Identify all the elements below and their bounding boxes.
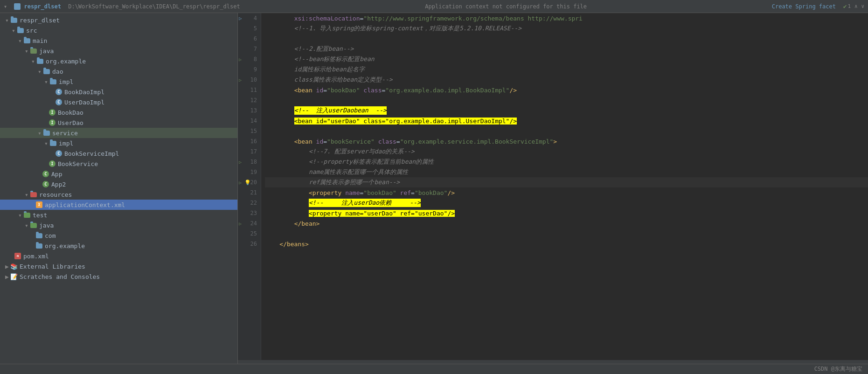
label-resources: resources xyxy=(39,191,72,198)
line-16: 16 xyxy=(238,136,261,146)
folder-icon-dao xyxy=(43,68,50,75)
fold-icon-18: ▷ xyxy=(239,159,242,165)
folder-icon-service xyxy=(43,129,50,137)
arrow-test: ▾ xyxy=(17,212,23,219)
fold-icon-8: ▷ xyxy=(239,57,242,62)
tree-item-app2[interactable]: C App2 xyxy=(0,179,237,189)
folder-icon-impl-dao xyxy=(49,78,57,85)
label-java-test: java xyxy=(39,222,54,229)
folder-icon-java xyxy=(30,47,37,55)
code-line-19: name属性表示配置哪一个具体的属性 xyxy=(265,167,868,177)
tree-item-src[interactable]: ▾ src xyxy=(0,25,237,35)
code-line-24: </bean> xyxy=(265,218,868,229)
label-dao: dao xyxy=(52,68,63,75)
line-17: 17 xyxy=(238,146,261,157)
tree-item-org-example-test[interactable]: org.example xyxy=(0,241,237,251)
main-layout: ▾ respr_dlset ▾ src ▾ main xyxy=(0,13,868,364)
code-line-9: id属性标示给bean起名字 xyxy=(265,64,868,75)
tree-item-dao[interactable]: ▾ dao xyxy=(0,66,237,76)
editor-area[interactable]: ▷4 5 6 7 ▷8 9 ▷10 11 12 13 14 15 16 17 ▷… xyxy=(238,13,868,364)
code-line-20: ref属性表示参照哪一个bean--> xyxy=(265,177,868,187)
line-11: 11 xyxy=(238,85,261,95)
pom-icon: m xyxy=(14,252,21,260)
label-book-dao-impl: BookDaoImpl xyxy=(64,89,104,96)
tree-item-book-service[interactable]: I BookService xyxy=(0,159,237,169)
label-scratches: Scratches and Consoles xyxy=(20,273,100,280)
arrow-org-example: ▾ xyxy=(30,58,36,65)
folder-icon-com xyxy=(35,232,43,239)
tree-item-app[interactable]: C App xyxy=(0,169,237,179)
label-service: service xyxy=(52,130,78,137)
nav-up-button[interactable]: ∧ xyxy=(854,3,858,9)
editor-scrollbar[interactable] xyxy=(238,360,868,364)
code-line-5: <!--1. 导入spring的坐标spring-context，对应版本是5.… xyxy=(265,23,868,34)
line-18: ▷18 xyxy=(238,157,261,167)
label-user-dao-impl: UserDaoImpl xyxy=(64,99,104,106)
folder-icon-respr-dlset xyxy=(10,16,18,24)
nav-down-button[interactable]: ∨ xyxy=(861,3,864,9)
arrow-scratches: ▶ xyxy=(4,273,10,280)
code-editor[interactable]: xsi:schemaLocation="http://www.springfra… xyxy=(261,13,868,360)
line-numbers-gutter: ▷4 5 6 7 ▷8 9 ▷10 11 12 13 14 15 16 17 ▷… xyxy=(238,13,261,360)
line-14: 14 xyxy=(238,116,261,126)
tree-item-test[interactable]: ▾ test xyxy=(0,210,237,220)
folder-icon-main xyxy=(23,37,31,44)
tree-item-application-context[interactable]: X applicationContext.xml xyxy=(0,200,237,210)
code-line-18: <!--property标签表示配置当前bean的属性 xyxy=(265,157,868,167)
line-13: 13 xyxy=(238,105,261,116)
fold-icon-24: ▷ xyxy=(239,221,242,226)
line-23: 23 xyxy=(238,208,261,218)
tree-item-resources[interactable]: ▾ resources xyxy=(0,189,237,200)
tree-item-scratches[interactable]: ▶ 📝 Scratches and Consoles xyxy=(0,271,237,282)
label-test: test xyxy=(33,212,47,219)
line-26: 26 xyxy=(238,239,261,249)
tree-item-book-dao[interactable]: I BookDao xyxy=(0,107,237,118)
code-line-6 xyxy=(265,34,868,44)
project-tree[interactable]: ▾ respr_dlset ▾ src ▾ main xyxy=(0,13,238,364)
code-line-13: <!-- 注入userDaobean --> xyxy=(265,105,868,116)
tree-item-external-libraries[interactable]: ▶ 📚 External Libraries xyxy=(0,261,237,271)
tree-item-service[interactable]: ▾ service xyxy=(0,128,237,138)
code-line-15 xyxy=(265,126,868,136)
arrow-main: ▾ xyxy=(17,37,23,44)
code-line-17: <!--7. 配置server与dao的关系--> xyxy=(265,146,868,157)
class-icon-user-dao-impl: C xyxy=(55,98,62,106)
line-6: 6 xyxy=(238,34,261,44)
lib-icon-external: 📚 xyxy=(10,263,18,270)
class-icon-app: C xyxy=(42,170,49,178)
tree-item-java[interactable]: ▾ java xyxy=(0,46,237,56)
tree-item-respr-dlset[interactable]: ▾ respr_dlset xyxy=(0,15,237,25)
tree-item-com[interactable]: com xyxy=(0,230,237,241)
arrow-impl-service: ▾ xyxy=(43,140,49,147)
bulb-icon-20: 💡 xyxy=(244,180,251,186)
label-com: com xyxy=(45,232,56,239)
tree-item-user-dao-impl[interactable]: C UserDaoImpl xyxy=(0,97,237,107)
line-25: 25 xyxy=(238,229,261,239)
interface-icon-book-dao: I xyxy=(49,109,56,116)
label-main: main xyxy=(33,37,47,44)
scratch-icon: 📝 xyxy=(10,273,18,280)
class-icon-book-service-impl: C xyxy=(55,150,62,157)
tree-item-main[interactable]: ▾ main xyxy=(0,35,237,46)
code-line-7: <!--2.配置bean--> xyxy=(265,44,868,54)
tree-item-impl-service[interactable]: ▾ impl xyxy=(0,138,237,148)
folder-icon-test xyxy=(23,211,31,219)
tree-item-impl-dao[interactable]: ▾ impl xyxy=(0,76,237,87)
label-respr-dlset: respr_dlset xyxy=(20,17,60,24)
tree-item-java-test[interactable]: ▾ java xyxy=(0,220,237,230)
label-src: src xyxy=(26,27,37,34)
line-5: 5 xyxy=(238,23,261,34)
tree-item-user-dao[interactable]: I UserDao xyxy=(0,118,237,128)
bottom-bar: CSDN @东离与糖宝 xyxy=(0,364,868,374)
arrow-java-test: ▾ xyxy=(23,222,30,229)
interface-icon-user-dao: I xyxy=(49,119,56,126)
warning-text: Application context not configured for t… xyxy=(240,3,772,10)
tree-item-book-service-impl[interactable]: C BookServiceImpl xyxy=(0,148,237,159)
code-line-14: <bean id="userDao" class="org.example.da… xyxy=(265,116,868,126)
tree-item-pom[interactable]: m pom.xml xyxy=(0,251,237,261)
tree-item-org-example[interactable]: ▾ org.example xyxy=(0,56,237,66)
arrow-impl-dao: ▾ xyxy=(43,78,49,85)
tree-item-book-dao-impl[interactable]: C BookDaoImpl xyxy=(0,87,237,97)
create-spring-facet-link[interactable]: Create Spring facet xyxy=(772,3,836,10)
line-4: ▷4 xyxy=(238,13,261,23)
